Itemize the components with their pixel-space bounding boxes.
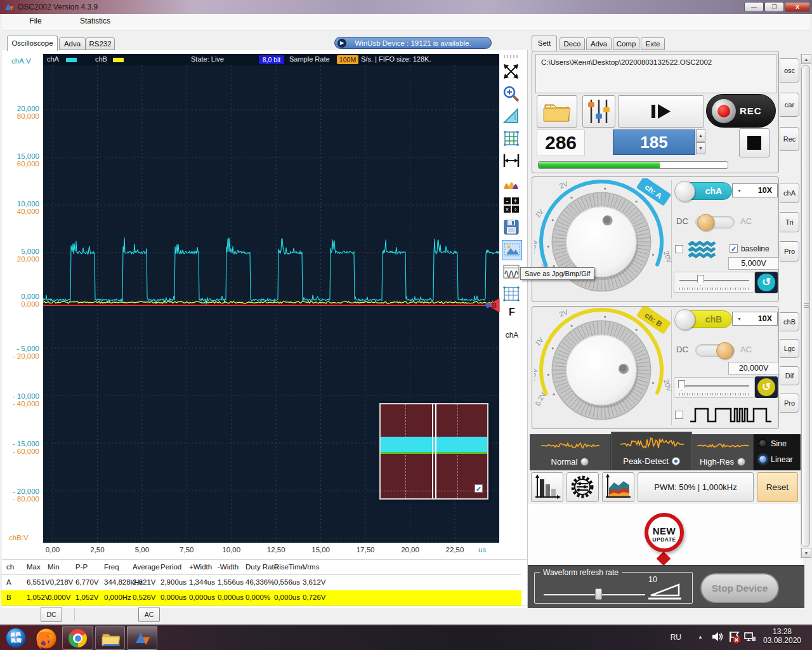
- tab-rs232[interactable]: RS232: [86, 37, 115, 50]
- new-update-badge[interactable]: NEW UPDATE: [645, 513, 684, 552]
- mode-normal[interactable]: Normal: [530, 434, 611, 470]
- clock[interactable]: 13:28 03.08.2020: [757, 627, 807, 645]
- channel-b-probe-select[interactable]: ▼ 10X: [732, 312, 778, 326]
- slider-thumb[interactable]: [697, 275, 704, 286]
- fit-screen-icon[interactable]: [502, 62, 522, 83]
- spinner-down-button[interactable]: ▼: [696, 142, 705, 154]
- channel-a-probe-select[interactable]: ▼ 10X: [732, 183, 778, 197]
- channel-a-offset-slider[interactable]: [674, 272, 755, 293]
- save-image-icon[interactable]: [502, 240, 522, 260]
- side-tab-chb[interactable]: chB: [780, 312, 799, 331]
- channel-a-volts-knob[interactable]: 0.2V0.5V1V2V5V10V20Vch: A: [534, 178, 676, 303]
- fft-button[interactable]: F: [502, 307, 522, 322]
- firefox-icon[interactable]: [36, 628, 57, 649]
- channel-b-reset-button[interactable]: ↺: [755, 376, 778, 398]
- minimize-button[interactable]: —: [744, 2, 764, 12]
- volume-icon[interactable]: [712, 632, 723, 642]
- overview-inset[interactable]: ✓: [379, 403, 488, 500]
- panel-tab-adva[interactable]: Adva: [586, 37, 612, 50]
- mode-high-res[interactable]: High-Res: [692, 434, 754, 470]
- channel-a-enable-toggle[interactable]: chA: [675, 182, 732, 200]
- refresh-slider-thumb[interactable]: [595, 588, 602, 600]
- explorer-taskbar-button[interactable]: [95, 626, 125, 650]
- side-tab-dif[interactable]: Dif: [780, 366, 799, 385]
- record-file-path[interactable]: C:\Users\Женя\Desktop\20200803132522.OSC…: [535, 54, 776, 93]
- scrollbar-thumb[interactable]: [801, 65, 810, 547]
- open-file-button[interactable]: [537, 95, 577, 128]
- grid-icon[interactable]: [502, 129, 522, 149]
- restore-button[interactable]: ❐: [764, 2, 784, 12]
- coupling-b-button[interactable]: AC: [138, 607, 160, 622]
- mode-normal-radio[interactable]: [580, 458, 589, 466]
- action-center-flag-icon[interactable]: [728, 630, 741, 644]
- stop-record-button[interactable]: [739, 128, 769, 157]
- side-tab-pro[interactable]: Pro: [780, 241, 799, 262]
- sine-radio[interactable]: [759, 439, 767, 448]
- inset-checkbox[interactable]: ✓: [475, 484, 483, 493]
- chrome-taskbar-button[interactable]: [62, 626, 93, 650]
- baseline-checkbox[interactable]: ✓: [730, 244, 738, 253]
- panel-tab-deco[interactable]: Deco: [560, 37, 585, 50]
- inset-cursor[interactable]: [435, 404, 436, 498]
- title-bar[interactable]: OSC2002 Version 4.3.9 — ❐ X: [0, 0, 812, 14]
- data-table-icon[interactable]: [502, 284, 522, 305]
- reset-button[interactable]: Reset: [757, 472, 798, 502]
- spinner-up-button[interactable]: ▲: [696, 129, 705, 142]
- start-button[interactable]: [5, 627, 27, 649]
- panel-tab-comp[interactable]: Comp: [613, 37, 639, 50]
- histogram-tool-button[interactable]: [531, 472, 563, 502]
- side-tab-lgc[interactable]: Lgc: [780, 339, 799, 358]
- play-step-button[interactable]: [618, 95, 704, 128]
- table-row-b[interactable]: B1,052V0,000V1,052V0,000Hz0,526V0,000us0…: [1, 590, 521, 606]
- side-tab-pro[interactable]: Pro: [780, 394, 799, 413]
- side-tab-osc[interactable]: osc: [780, 58, 799, 83]
- settings-mixer-button[interactable]: [582, 95, 615, 128]
- channel-b-enable-toggle[interactable]: chB: [675, 310, 732, 328]
- side-tab-rec[interactable]: Rec: [780, 127, 799, 151]
- waveform-display[interactable]: chA chB State: Live 8,0 bit Sample Rate …: [43, 54, 499, 543]
- language-indicator[interactable]: RU: [671, 633, 681, 642]
- width-measure-icon[interactable]: [502, 151, 522, 171]
- mode-peak-radio[interactable]: [672, 457, 680, 465]
- interp-sine[interactable]: Sine: [759, 439, 787, 448]
- tab-adva[interactable]: Adva: [59, 37, 86, 50]
- channel-b-offset-slider[interactable]: [674, 377, 755, 398]
- scroll-down-button[interactable]: ▼: [801, 548, 811, 558]
- channel-b-volts-knob[interactable]: 0.2V0.5V1V2V5V10V20Vch: B: [534, 307, 676, 428]
- coupling-a-button[interactable]: DC: [41, 607, 62, 622]
- zoom-in-icon[interactable]: [502, 84, 522, 105]
- pwm-button[interactable]: PWM: 50% | 1,000kHz: [638, 472, 754, 502]
- usb-notification[interactable]: ▶ WinUsb Device : 19121 is available.: [334, 37, 492, 49]
- waveform-export-icon[interactable]: [502, 262, 522, 282]
- linear-radio[interactable]: [759, 455, 767, 463]
- osc-app-taskbar-button[interactable]: [127, 626, 157, 650]
- side-tab-cha[interactable]: chA: [780, 183, 799, 203]
- mode-peak-detect[interactable]: Peak-Detect: [611, 432, 692, 470]
- save-icon[interactable]: [502, 218, 522, 238]
- channel-a-reset-button[interactable]: ↺: [755, 272, 778, 293]
- channel-b-marker[interactable]: B: [483, 298, 500, 313]
- channel-b-pulse-checkbox[interactable]: [675, 411, 683, 419]
- stop-device-button[interactable]: Stop Device: [700, 573, 779, 603]
- menu-item-statistics[interactable]: Statistics: [67, 17, 124, 25]
- channel-a-coupling-switch[interactable]: [695, 216, 735, 229]
- drag-handle-icon[interactable]: [504, 55, 519, 58]
- area-chart-button[interactable]: [602, 472, 634, 502]
- tab-oscilloscope[interactable]: Oscilloscope: [7, 36, 58, 51]
- side-tab-car[interactable]: car: [780, 93, 799, 117]
- network-icon[interactable]: [743, 631, 756, 642]
- position-spinner[interactable]: 185: [613, 129, 695, 155]
- channel-a-wave-checkbox[interactable]: [675, 245, 683, 253]
- math-icon[interactable]: -+×÷: [502, 196, 522, 216]
- table-row-a[interactable]: A6,551V-0,218V6,770V344,828kHz2,621V2,90…: [1, 575, 521, 590]
- mode-highres-radio[interactable]: [737, 458, 745, 466]
- close-button[interactable]: X: [785, 2, 810, 12]
- menu-item-file[interactable]: File: [21, 17, 50, 25]
- ruler-icon[interactable]: [502, 107, 522, 127]
- slider-thumb[interactable]: [678, 380, 685, 391]
- side-tab-tri[interactable]: Tri: [780, 212, 799, 232]
- advanced-settings-button[interactable]: [566, 472, 599, 502]
- panel-tab-sett[interactable]: Sett: [532, 36, 557, 51]
- interp-linear[interactable]: Linear: [759, 455, 793, 464]
- panel-tab-exte[interactable]: Exte: [641, 37, 665, 50]
